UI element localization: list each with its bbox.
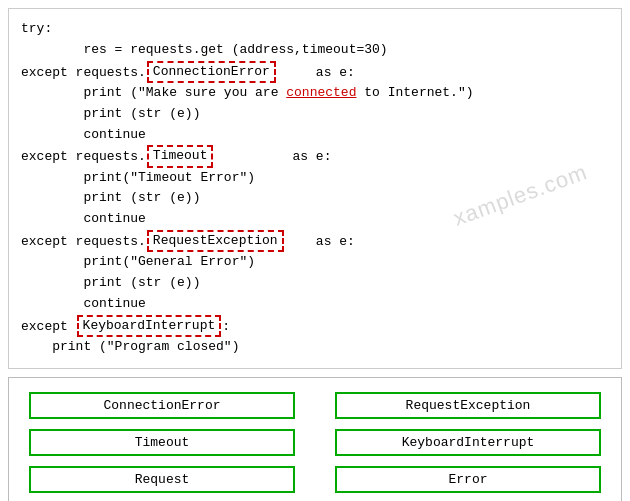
code-line: print("Timeout Error") (21, 168, 609, 189)
code-line: continue (21, 209, 609, 230)
buttons-panel: ConnectionError RequestException Timeout… (8, 377, 622, 501)
code-line: continue (21, 125, 609, 146)
timeout-button[interactable]: Timeout (29, 429, 295, 456)
code-line: res = requests.get (address,timeout=30) (21, 40, 609, 61)
request-button[interactable]: Request (29, 466, 295, 493)
code-line: print ("Make sure you are connected to I… (21, 83, 609, 104)
request-exception-button[interactable]: RequestException (335, 392, 601, 419)
code-line: print (str (e)) (21, 104, 609, 125)
code-line: print ("Program closed") (21, 337, 609, 358)
keyboard-interrupt-box: KeyboardInterrupt (77, 315, 222, 337)
keyboard-interrupt-button[interactable]: KeyboardInterrupt (335, 429, 601, 456)
code-line-request-exception: except requests.RequestException as e: (21, 230, 609, 252)
timeout-box: Timeout (147, 145, 214, 167)
connected-text: connected (286, 85, 356, 100)
connection-error-button[interactable]: ConnectionError (29, 392, 295, 419)
error-button[interactable]: Error (335, 466, 601, 493)
code-line-connection-error: except requests.ConnectionError as e: (21, 61, 609, 83)
connection-error-box: ConnectionError (147, 61, 276, 83)
code-line: print (str (e)) (21, 273, 609, 294)
request-exception-box: RequestException (147, 230, 284, 252)
code-line: continue (21, 294, 609, 315)
code-line-keyboard-interrupt: except KeyboardInterrupt: (21, 315, 609, 337)
code-block: xamples.com try: res = requests.get (add… (8, 8, 622, 369)
code-line: print (str (e)) (21, 188, 609, 209)
code-line: try: (21, 19, 609, 40)
code-line-timeout: except requests.Timeout as e: (21, 145, 609, 167)
code-line: print("General Error") (21, 252, 609, 273)
